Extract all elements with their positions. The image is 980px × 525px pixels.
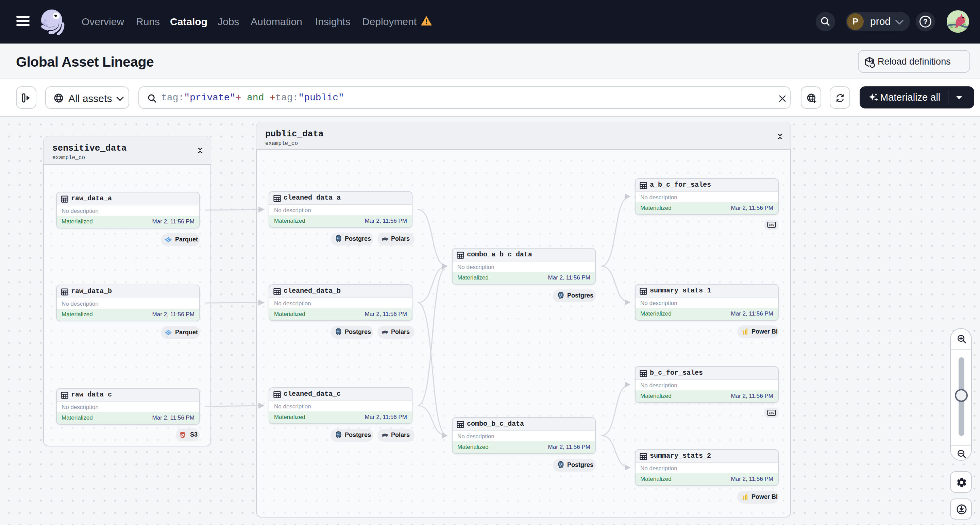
svg-text:?: ? xyxy=(923,18,928,26)
svg-text:csv: csv xyxy=(769,223,774,227)
svg-text:csv: csv xyxy=(769,411,774,415)
